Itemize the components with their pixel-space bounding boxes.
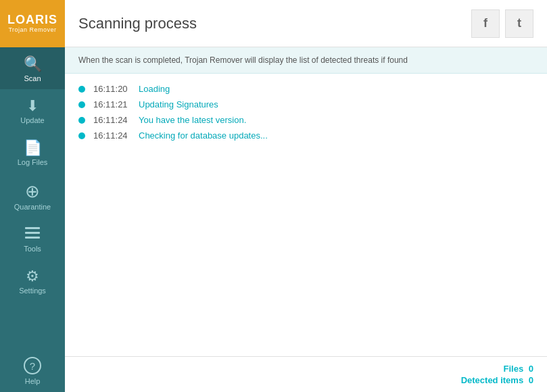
twitter-button[interactable]: t (505, 9, 533, 38)
log-message-3: You have the latest version. (139, 115, 246, 125)
sidebar-label-scan: Scan (24, 74, 41, 82)
log-time-2: 16:11:21 (93, 99, 130, 109)
svg-rect-1 (25, 232, 40, 234)
help-icon: ? (24, 357, 41, 374)
sidebar-label-update: Update (20, 116, 44, 124)
sidebar-item-help[interactable]: ? Help (0, 347, 65, 392)
detected-label: Detected items (461, 375, 523, 385)
svg-rect-0 (25, 227, 40, 229)
detected-stat: Detected items 0 (461, 375, 533, 385)
log-entry-2: 16:11:21 Updating Signatures (78, 99, 533, 109)
log-time-3: 16:11:24 (93, 115, 130, 125)
files-count: 0 (529, 364, 533, 374)
log-dot-4 (78, 132, 85, 139)
logo: LOARIS Trojan Remover (0, 0, 65, 47)
sidebar-label-logfiles: Log Files (18, 158, 48, 166)
sidebar: LOARIS Trojan Remover 🔍 Scan ⬇ Update 📄 … (0, 0, 65, 392)
sidebar-label-settings: Settings (19, 287, 46, 295)
tools-icon (25, 227, 40, 242)
log-entry-4: 16:11:24 Checking for database updates..… (78, 130, 533, 141)
logfiles-icon: 📄 (24, 141, 42, 155)
info-bar: When the scan is completed, Trojan Remov… (65, 47, 547, 74)
log-message-2: Updating Signatures (139, 99, 218, 109)
social-buttons: f t (471, 9, 533, 38)
svg-rect-4 (28, 232, 30, 234)
footer-stats: Files 0 Detected items 0 (65, 356, 547, 392)
log-message-1: Loading (139, 84, 170, 94)
svg-rect-5 (28, 237, 30, 239)
log-time-1: 16:11:20 (93, 84, 130, 94)
log-message-4: Checking for database updates... (139, 130, 268, 141)
sidebar-item-logfiles[interactable]: 📄 Log Files (0, 131, 65, 173)
logo-main: LOARIS (7, 14, 57, 26)
log-entry-1: 16:11:20 Loading (78, 84, 533, 94)
sidebar-label-tools: Tools (24, 245, 41, 253)
sidebar-label-quarantine: Quarantine (14, 203, 51, 211)
files-label: Files (504, 364, 524, 374)
log-entry-3: 16:11:24 You have the latest version. (78, 115, 533, 125)
log-time-4: 16:11:24 (93, 130, 130, 141)
svg-rect-3 (28, 227, 30, 229)
sidebar-item-scan[interactable]: 🔍 Scan (0, 47, 65, 89)
settings-icon: ⚙ (26, 269, 39, 284)
scan-icon: 🔍 (24, 57, 42, 72)
files-stat: Files 0 (504, 364, 533, 374)
info-message: When the scan is completed, Trojan Remov… (78, 55, 408, 65)
detected-count: 0 (529, 375, 533, 385)
log-dot-1 (78, 86, 85, 93)
sidebar-item-update[interactable]: ⬇ Update (0, 89, 65, 131)
sidebar-item-settings[interactable]: ⚙ Settings (0, 260, 65, 301)
page-title: Scanning process (78, 15, 197, 32)
log-content: 16:11:20 Loading 16:11:21 Updating Signa… (65, 74, 547, 356)
header: Scanning process f t (65, 0, 547, 47)
svg-rect-2 (25, 237, 40, 239)
sidebar-label-help: Help (25, 377, 41, 385)
sidebar-item-tools[interactable]: Tools (0, 218, 65, 260)
main-content: Scanning process f t When the scan is co… (65, 0, 547, 392)
quarantine-icon: ⊕ (25, 182, 40, 200)
log-dot-3 (78, 117, 85, 124)
facebook-button[interactable]: f (471, 9, 500, 38)
log-dot-2 (78, 101, 85, 108)
update-icon: ⬇ (26, 99, 39, 114)
logo-sub: Trojan Remover (8, 26, 56, 34)
sidebar-item-quarantine[interactable]: ⊕ Quarantine (0, 173, 65, 218)
